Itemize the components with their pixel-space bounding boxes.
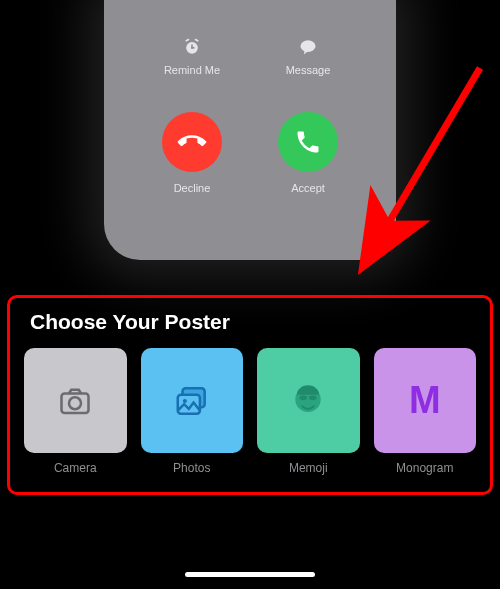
svg-rect-3 [185,38,189,42]
poster-options-row: Camera Photos Memoji M Monogram [24,348,476,475]
remind-me-action[interactable]: Remind Me [152,36,232,76]
remind-me-label: Remind Me [164,64,220,76]
svg-rect-10 [178,394,200,413]
svg-point-13 [300,395,308,400]
photos-icon [173,382,211,420]
monogram-letter: M [409,379,441,422]
accept-label: Accept [291,182,325,194]
message-label: Message [286,64,331,76]
poster-option-memoji[interactable]: Memoji [257,348,360,475]
poster-label-photos: Photos [173,461,210,475]
alarm-icon [181,36,203,58]
svg-rect-2 [191,47,194,49]
poster-card-memoji [257,348,360,453]
svg-point-11 [183,398,187,402]
phone-decline-icon [172,122,212,162]
camera-icon [57,383,93,419]
decline-label: Decline [174,182,211,194]
decline-button[interactable]: Decline [152,112,232,194]
poster-card-camera [24,348,127,453]
svg-point-14 [309,395,317,400]
home-indicator[interactable] [185,572,315,577]
svg-point-5 [301,40,316,52]
poster-card-photos [141,348,244,453]
phone-frame: Remind Me Message Decline Accept [104,0,396,260]
svg-rect-4 [194,38,198,42]
svg-point-8 [69,397,81,409]
poster-option-camera[interactable]: Camera [24,348,127,475]
poster-label-camera: Camera [54,461,97,475]
poster-label-monogram: Monogram [396,461,453,475]
call-primary-actions: Decline Accept [104,112,396,194]
choose-poster-panel: Choose Your Poster Camera Photos Memoji … [7,295,493,495]
decline-circle [162,112,222,172]
poster-option-photos[interactable]: Photos [141,348,244,475]
poster-option-monogram[interactable]: M Monogram [374,348,477,475]
choose-poster-title: Choose Your Poster [30,310,476,334]
message-action[interactable]: Message [268,36,348,76]
memoji-icon [289,382,327,420]
accept-circle [278,112,338,172]
call-secondary-actions: Remind Me Message [104,36,396,76]
phone-accept-icon [294,128,322,156]
poster-label-memoji: Memoji [289,461,328,475]
message-icon [297,36,319,58]
poster-card-monogram: M [374,348,477,453]
accept-button[interactable]: Accept [268,112,348,194]
